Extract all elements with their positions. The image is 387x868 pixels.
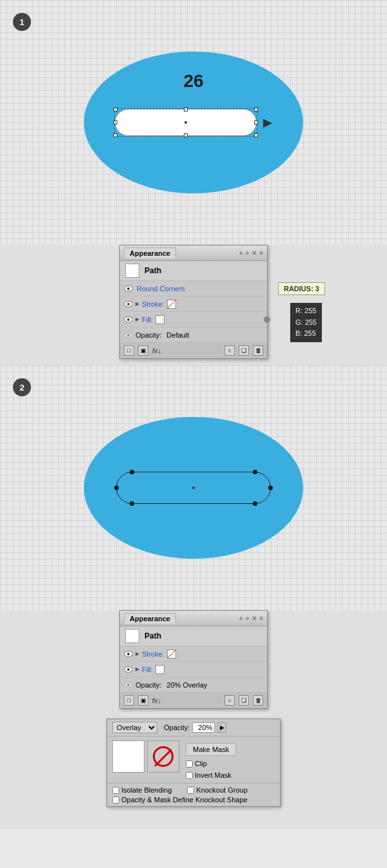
collapse-icon-1[interactable]: «	[239, 249, 243, 256]
blend-opacity-row[interactable]: Overlay Opacity: ▶	[107, 719, 280, 737]
fill-label-2: Fill:	[142, 666, 153, 673]
invert-mask-checkbox[interactable]	[186, 772, 193, 779]
rgb-b: B: 255	[295, 328, 317, 340]
menu-icon-2[interactable]: ≡	[259, 615, 263, 622]
invert-mask-checkbox-row[interactable]: Invert Mask	[186, 771, 236, 779]
opacity-mask-checkbox[interactable]	[112, 796, 119, 804]
opacity-value-1: Default	[166, 331, 189, 339]
stroke-label-1: Stroke:	[142, 300, 164, 308]
new-layer-icon-1[interactable]: □	[124, 345, 134, 356]
rgb-r: R: 255	[295, 305, 317, 317]
panel-footer-1: □ ▣ fx↓ ○ ❑ 🗑	[120, 343, 267, 358]
visibility-eye-stroke-2[interactable]	[124, 651, 133, 657]
path-icon-1	[125, 264, 139, 278]
fill-row-2[interactable]: ▶ Fill:	[120, 662, 267, 677]
round-corners-label: Round Corners	[137, 285, 185, 293]
menu-icon-1[interactable]: ≡	[259, 249, 263, 256]
circle-icon-1[interactable]: ○	[224, 345, 235, 356]
panel-titlebar-2: Appearance « » ✕ ≡	[120, 611, 267, 626]
expand-arrow-stroke-2[interactable]: ▶	[135, 651, 139, 657]
pill-handle-bot-left	[130, 501, 134, 506]
pill-shape-2	[116, 472, 271, 504]
fill-label-1: Fill:	[142, 316, 153, 323]
opacity-input[interactable]	[192, 722, 215, 733]
center-dot-1	[184, 121, 187, 124]
panel-title-tab-2[interactable]: Appearance	[124, 613, 176, 624]
mask-controls: Make Mask Clip Invert Mask	[186, 743, 236, 779]
blend-mode-select[interactable]: Overlay	[112, 722, 157, 733]
visibility-eye-opacity-1	[124, 332, 133, 338]
rgb-g: G: 255	[295, 317, 317, 329]
fill-row-1[interactable]: ▶ Fill:	[120, 312, 267, 327]
expand-arrow-fill-2[interactable]: ▶	[135, 666, 139, 672]
expand-icon-2[interactable]: »	[246, 615, 250, 622]
opacity-value-2: 20% Overlay	[166, 681, 207, 689]
number-label: 26	[183, 71, 203, 92]
knockout-group-checkbox[interactable]	[187, 787, 194, 794]
new-layer-icon-2[interactable]: □	[124, 695, 134, 706]
copy-icon-1[interactable]: ❑	[239, 345, 249, 356]
panel-titlebar-1: Appearance « » ✕ ≡	[120, 246, 267, 261]
center-dot-2	[192, 487, 195, 489]
stroke-swatch-1[interactable]	[167, 300, 176, 309]
handle-tm	[184, 108, 188, 111]
panel-controls-2[interactable]: « » ✕ ≡	[239, 615, 263, 622]
opacity-mask-row[interactable]: Opacity & Mask Define Knockout Shape	[112, 796, 275, 804]
pill-handle-left	[114, 486, 119, 490]
bottom-checkboxes: Isolate Blending Knockout Group Opacity …	[107, 783, 280, 806]
no-icon	[153, 746, 174, 767]
panel-controls-1[interactable]: « » ✕ ≡	[239, 249, 263, 256]
step-badge-1: 1	[13, 13, 31, 31]
panel-header-row-1: Path	[120, 261, 267, 281]
pill-handle-top-right	[253, 470, 257, 474]
stroke-swatch-2[interactable]	[167, 650, 176, 659]
opacity-label-2: Opacity:	[135, 681, 161, 689]
close-icon-2[interactable]: ✕	[252, 615, 257, 622]
fill-swatch-1[interactable]	[155, 315, 164, 324]
transparency-panel: Overlay Opacity: ▶ Make Mask	[106, 719, 281, 807]
expand-arrow-fill-1[interactable]: ▶	[135, 316, 139, 322]
circle-icon-2[interactable]: ○	[224, 695, 235, 706]
expand-icon-1[interactable]: »	[246, 249, 250, 256]
round-corners-row[interactable]: Round Corners RADIUS: 3	[120, 281, 267, 296]
collapse-icon-2[interactable]: «	[239, 615, 243, 622]
layer-icon-2[interactable]: ▣	[138, 695, 148, 706]
cursor-icon: ▶	[263, 115, 272, 130]
delete-icon-2[interactable]: 🗑	[253, 695, 263, 706]
opacity-arrow-btn[interactable]: ▶	[217, 722, 226, 733]
panel-title-tab-1[interactable]: Appearance	[124, 247, 176, 258]
thumb-no	[147, 740, 179, 773]
opacity-row-1: Opacity: Default	[120, 327, 267, 343]
delete-icon-1[interactable]: 🗑	[253, 345, 263, 356]
appearance-panel-2: Appearance « » ✕ ≡ Path ▶	[119, 610, 268, 709]
expand-arrow-stroke-1[interactable]: ▶	[135, 301, 139, 307]
isolate-blending-row[interactable]: Isolate Blending Knockout Group	[112, 786, 275, 794]
pill-handle-bot-right	[253, 501, 257, 506]
make-mask-button[interactable]: Make Mask	[186, 743, 236, 756]
visibility-eye-fill-2[interactable]	[124, 666, 133, 673]
visibility-eye-stroke-1[interactable]	[124, 301, 133, 307]
pill-handle-right	[268, 486, 273, 490]
clip-checkbox[interactable]	[186, 760, 193, 767]
opacity-text-label: Opacity:	[164, 724, 190, 731]
clip-checkbox-row[interactable]: Clip	[186, 760, 236, 767]
path-label-1: Path	[144, 266, 161, 275]
fx-label-2[interactable]: fx↓	[152, 697, 161, 704]
layer-icon-1[interactable]: ▣	[138, 345, 148, 356]
stroke-row-2[interactable]: ▶ Stroke:	[120, 646, 267, 662]
handle-ml	[114, 121, 117, 124]
isolate-blending-checkbox[interactable]	[112, 787, 119, 794]
path-label-2: Path	[144, 632, 161, 641]
copy-icon-2[interactable]: ❑	[239, 695, 249, 706]
close-icon-1[interactable]: ✕	[252, 249, 257, 256]
opacity-row-2: Opacity: 20% Overlay	[120, 677, 267, 693]
stroke-row-1[interactable]: ▶ Stroke: R: 255 G: 255 B: 255	[120, 296, 267, 312]
fill-swatch-2[interactable]	[155, 665, 164, 674]
knockout-group-label: Knockout Group	[196, 786, 248, 794]
visibility-eye-fill-1[interactable]	[124, 316, 133, 323]
invert-mask-label: Invert Mask	[195, 771, 232, 779]
fx-label-1[interactable]: fx↓	[152, 347, 161, 354]
path-icon-2	[125, 629, 139, 643]
radius-tooltip: RADIUS: 3	[278, 282, 325, 295]
visibility-eye-rc[interactable]	[124, 285, 133, 292]
